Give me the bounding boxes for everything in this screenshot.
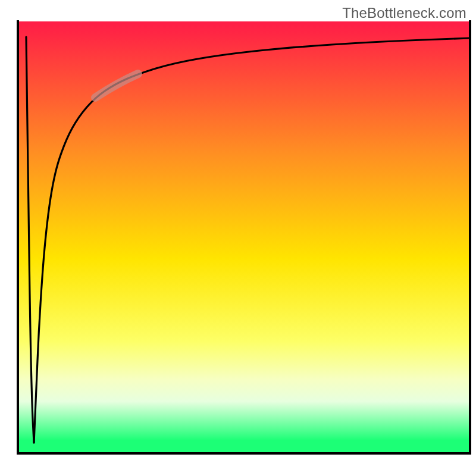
axis-right xyxy=(469,20,471,453)
highlight-segment xyxy=(95,74,138,98)
plot-area xyxy=(19,21,470,453)
chart-container: TheBottleneck.com xyxy=(0,0,476,476)
axis-bottom xyxy=(17,452,471,455)
curve-layer xyxy=(19,21,470,453)
attribution-text: TheBottleneck.com xyxy=(342,5,466,21)
axis-left xyxy=(17,20,19,453)
curve-left-segment xyxy=(26,37,34,443)
